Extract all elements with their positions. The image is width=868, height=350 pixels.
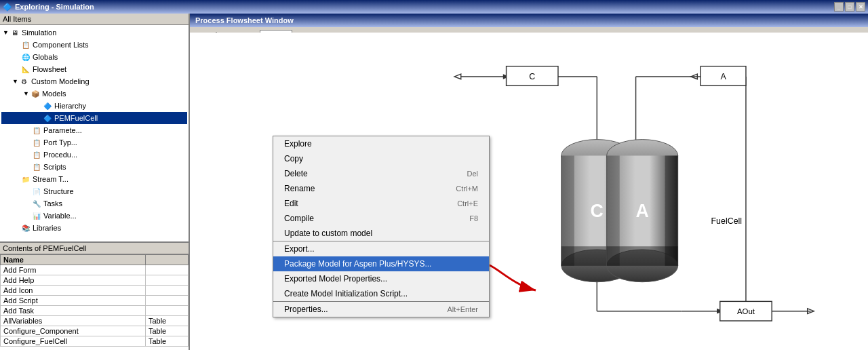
tree-item-stream-t[interactable]: 📁Stream T... bbox=[1, 173, 187, 185]
contents-table: Name Add FormAdd HelpAdd IconAdd ScriptA… bbox=[0, 254, 189, 347]
table-row[interactable]: Add Task bbox=[1, 306, 189, 316]
flowsheet-title: Process Flowsheet Window bbox=[195, 16, 294, 24]
minimize-button[interactable]: _ bbox=[834, 2, 844, 12]
svg-rect-36 bbox=[607, 246, 678, 266]
ctx-item-copy[interactable]: Copy bbox=[273, 151, 489, 166]
contents-header: Contents of PEMFuelCell bbox=[0, 243, 189, 254]
tree-item-custom-modeling[interactable]: ▼ ⚙Custom Modeling bbox=[1, 75, 187, 88]
table-row[interactable]: Configure_ComponentTable bbox=[1, 326, 189, 336]
tree-item-procedures[interactable]: 📋Procedu... bbox=[1, 149, 187, 161]
app-icon: 🔷 bbox=[3, 3, 12, 12]
tree-icon-simulation: 🖥 bbox=[9, 27, 20, 38]
expand-icon-models[interactable]: ▼ bbox=[23, 90, 29, 97]
table-row[interactable]: Add Help bbox=[1, 275, 189, 286]
table-row[interactable]: AllVariablesTable bbox=[1, 316, 189, 326]
svg-text:A: A bbox=[635, 201, 648, 221]
all-items-header: All Items bbox=[0, 14, 189, 25]
tree-item-globals[interactable]: 🌐Globals bbox=[1, 51, 187, 63]
tree-icon-flowsheet: 📐 bbox=[20, 64, 31, 75]
ctx-item-properties[interactable]: Properties...Alt+Enter bbox=[273, 301, 489, 317]
ctx-item-exported-props[interactable]: Exported Model Properties... bbox=[273, 271, 489, 286]
bottom-left-panel: Contents of PEMFuelCell Name Add FormAdd… bbox=[0, 241, 189, 350]
tree-icon-pemfuelcell: 🔷 bbox=[42, 113, 53, 123]
ctx-item-export[interactable]: Export... bbox=[273, 241, 489, 256]
tree-item-parameters[interactable]: 📋Paramete... bbox=[1, 124, 187, 136]
ctx-item-delete[interactable]: DeleteDel bbox=[273, 166, 489, 181]
ctx-item-edit[interactable]: EditCtrl+E bbox=[273, 196, 489, 211]
tree-icon-parameters: 📋 bbox=[31, 125, 42, 136]
close-button[interactable]: ✕ bbox=[856, 2, 865, 12]
tree-item-component-lists[interactable]: 📋Component Lists bbox=[1, 39, 187, 51]
tree-item-pemfuelcell[interactable]: 🔷PEMFuelCell bbox=[1, 112, 187, 124]
tree-item-libraries[interactable]: 📚Libraries bbox=[1, 222, 187, 234]
tree-item-tasks[interactable]: 🔧Tasks bbox=[1, 197, 187, 210]
svg-marker-2 bbox=[454, 74, 461, 79]
table-row[interactable]: Add Form bbox=[1, 265, 189, 275]
tree-icon-stream-t: 📁 bbox=[20, 174, 31, 184]
ctx-item-init-script[interactable]: Create Model Initialization Script... bbox=[273, 286, 489, 301]
tree-icon-structure: 📄 bbox=[31, 186, 42, 197]
table-row[interactable]: Add Icon bbox=[1, 286, 189, 296]
table-row[interactable]: Add Script bbox=[1, 296, 189, 306]
tree-area[interactable]: ▼ 🖥Simulation📋Component Lists🌐Globals📐Fl… bbox=[0, 25, 189, 241]
svg-text:A: A bbox=[720, 72, 726, 81]
tree-item-scripts[interactable]: 📋Scripts bbox=[1, 161, 187, 173]
ctx-item-package[interactable]: Package Model for Aspen Plus/HYSYS... bbox=[273, 256, 489, 271]
svg-text:C: C bbox=[529, 72, 535, 81]
tree-icon-custom-modeling: ⚙ bbox=[19, 76, 30, 87]
window-title: Exploring - Simulation bbox=[15, 3, 94, 11]
tree-item-hierarchy[interactable]: 🔷Hierarchy bbox=[1, 100, 187, 112]
tree-icon-scripts: 📋 bbox=[31, 161, 42, 172]
context-menu: ExploreCopyDeleteDelRenameCtrl+MEditCtrl… bbox=[273, 136, 490, 317]
tree-item-models[interactable]: ▼ 📦Models bbox=[1, 88, 187, 100]
ctx-item-rename[interactable]: RenameCtrl+M bbox=[273, 181, 489, 196]
tree-item-flowsheet[interactable]: 📐Flowsheet bbox=[1, 63, 187, 75]
table-row[interactable]: Configure_FuelCellTable bbox=[1, 336, 189, 347]
expand-icon-simulation[interactable]: ▼ bbox=[3, 29, 9, 36]
tree-icon-hierarchy: 🔷 bbox=[42, 100, 53, 111]
col-name-header: Name bbox=[1, 255, 146, 265]
expand-icon-custom-modeling[interactable]: ▼ bbox=[12, 78, 18, 85]
tree-icon-procedures: 📋 bbox=[31, 149, 42, 160]
svg-text:C: C bbox=[591, 201, 604, 221]
ctx-item-compile[interactable]: CompileF8 bbox=[273, 211, 489, 226]
tree-icon-port-types: 📋 bbox=[31, 137, 42, 148]
tree-item-simulation[interactable]: ▼ 🖥Simulation bbox=[1, 26, 187, 39]
title-bar: 🔷 Exploring - Simulation _ □ ✕ bbox=[0, 0, 868, 14]
tree-icon-globals: 🌐 bbox=[20, 52, 31, 62]
tree-item-variables[interactable]: 📊Variable... bbox=[1, 210, 187, 222]
col-value-header bbox=[145, 255, 188, 265]
fuelcell-label: FuelCell bbox=[711, 216, 743, 226]
tree-item-port-types[interactable]: 📋Port Typ... bbox=[1, 136, 187, 149]
tree-icon-models: 📦 bbox=[30, 88, 41, 99]
ctx-item-update[interactable]: Update to custom model bbox=[273, 226, 489, 241]
tree-icon-variables: 📊 bbox=[31, 210, 42, 221]
tree-item-structure[interactable]: 📄Structure bbox=[1, 185, 187, 197]
tree-icon-libraries: 📚 bbox=[20, 222, 31, 233]
tree-icon-component-lists: 📋 bbox=[20, 39, 31, 50]
svg-text:AOut: AOut bbox=[737, 307, 755, 315]
right-panel: Process Flowsheet Window ⊡ ┼ ⟂ Grid 0.05… bbox=[190, 14, 868, 350]
tree-icon-tasks: 🔧 bbox=[31, 198, 42, 209]
maximize-button[interactable]: □ bbox=[845, 2, 854, 12]
left-panel: All Items ▼ 🖥Simulation📋Component Lists🌐… bbox=[0, 14, 190, 350]
ctx-item-explore[interactable]: Explore bbox=[273, 136, 489, 151]
